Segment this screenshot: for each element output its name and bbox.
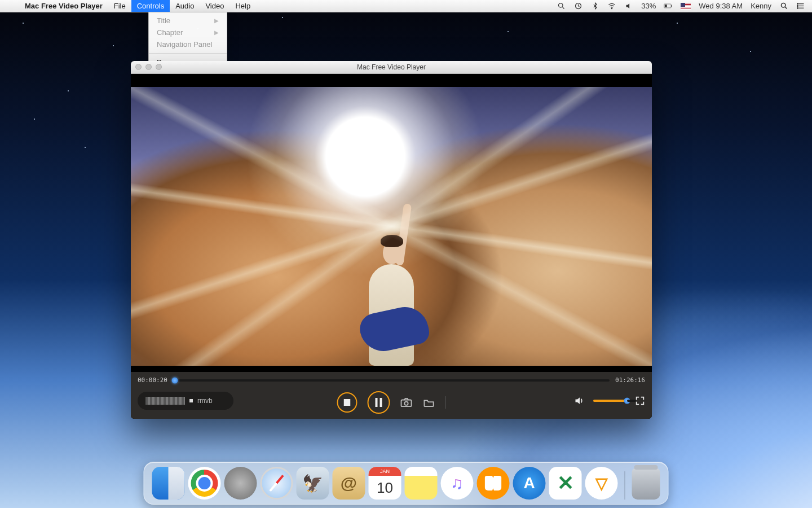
pause-button[interactable] (368, 391, 390, 414)
system-menubar: Mac Free Video Player File Controls Audi… (0, 0, 812, 12)
video-viewport[interactable] (131, 74, 652, 379)
mute-button[interactable] (574, 396, 585, 406)
dock-launchpad-icon[interactable] (224, 467, 257, 500)
submenu-arrow-icon: ▶ (214, 29, 219, 36)
dock-contacts-icon[interactable] (333, 467, 365, 500)
dock-appstore-icon[interactable] (513, 467, 546, 500)
svg-rect-6 (665, 5, 667, 7)
dock-finder-icon[interactable] (152, 467, 185, 500)
snapshot-button[interactable] (400, 397, 413, 408)
dropdown-item-chapter: Chapter▶ (149, 27, 227, 38)
svg-point-19 (404, 402, 408, 405)
dropdown-separator (149, 53, 227, 54)
dock-chrome-icon[interactable] (188, 467, 221, 500)
window-minimize-button[interactable] (145, 64, 152, 70)
time-duration: 01:26:16 (615, 376, 645, 384)
dropdown-item-navigation-panel: Navigation Panel (149, 38, 227, 50)
volume-thumb[interactable] (624, 398, 630, 404)
dock-spreadsheet-icon[interactable] (549, 467, 582, 500)
svg-point-0 (558, 3, 563, 8)
svg-rect-17 (380, 398, 382, 407)
dock-itunes-icon[interactable] (441, 467, 474, 500)
dropdown-item-title: Title▶ (149, 15, 227, 27)
submenu-arrow-icon: ▶ (214, 17, 219, 24)
wifi-icon[interactable] (607, 2, 616, 11)
player-controlbar: 00:00:20 01:26:16 rmvb (131, 372, 652, 419)
magnify-icon[interactable] (557, 2, 566, 11)
menu-help[interactable]: Help (230, 0, 256, 12)
svg-point-12 (797, 3, 798, 5)
volume-slider[interactable] (593, 400, 627, 402)
file-extension: rmvb (197, 397, 213, 405)
notification-center-icon[interactable] (796, 2, 805, 11)
svg-line-8 (785, 7, 787, 8)
window-titlebar[interactable]: Mac Free Video Player (131, 61, 652, 74)
menu-file[interactable]: File (108, 0, 131, 12)
menu-video[interactable]: Video (200, 0, 230, 12)
stop-button[interactable] (337, 392, 358, 413)
battery-icon[interactable] (664, 2, 673, 11)
dock: JAN 10 (144, 462, 669, 505)
dock-separator (625, 471, 625, 500)
calendar-day: 10 (369, 476, 401, 500)
open-folder-button[interactable] (423, 397, 435, 408)
spotlight-icon[interactable] (779, 2, 788, 11)
svg-rect-15 (344, 399, 351, 406)
menu-audio[interactable]: Audio (170, 0, 200, 12)
filename-obscured (145, 397, 185, 405)
dock-calendar-icon[interactable]: JAN 10 (369, 467, 401, 500)
fullscreen-button[interactable] (635, 396, 645, 406)
svg-line-1 (562, 7, 564, 8)
input-source-flag-icon[interactable] (681, 3, 691, 10)
svg-rect-5 (672, 5, 672, 7)
window-title: Mac Free Video Player (357, 63, 426, 71)
dock-videoplayer-icon[interactable] (585, 467, 618, 500)
timemachine-icon[interactable] (573, 2, 582, 11)
time-elapsed: 00:00:20 (138, 376, 167, 384)
battery-percentage: 33% (641, 2, 656, 10)
window-zoom-button[interactable] (156, 64, 162, 70)
svg-point-13 (797, 6, 798, 7)
dock-ibooks-icon[interactable] (477, 467, 510, 500)
dock-safari-icon[interactable] (261, 467, 293, 500)
menu-controls[interactable]: Controls (131, 0, 170, 12)
window-traffic-lights (135, 64, 162, 70)
video-figure (349, 208, 434, 366)
dock-notes-icon[interactable] (405, 467, 438, 500)
clock[interactable]: Wed 9:38 AM (699, 2, 743, 10)
svg-point-7 (781, 3, 785, 8)
control-separator (445, 396, 446, 409)
dock-trash-icon[interactable] (632, 468, 660, 500)
seek-thumb[interactable] (172, 377, 178, 383)
app-name[interactable]: Mac Free Video Player (19, 0, 108, 12)
bluetooth-icon[interactable] (590, 2, 599, 11)
seek-slider[interactable] (173, 379, 610, 382)
player-window: Mac Free Video Player 00:00:20 01:26:16 (131, 61, 652, 419)
now-playing-pill[interactable]: rmvb (138, 392, 233, 410)
calendar-month: JAN (369, 467, 401, 476)
svg-point-3 (612, 8, 612, 8)
window-close-button[interactable] (135, 64, 142, 70)
video-frame-art (131, 87, 652, 366)
volume-icon[interactable] (624, 2, 633, 11)
dock-mail-icon[interactable] (297, 467, 329, 500)
svg-point-14 (797, 7, 798, 8)
user-menu[interactable]: Kenny (751, 2, 771, 10)
svg-rect-16 (376, 398, 378, 407)
